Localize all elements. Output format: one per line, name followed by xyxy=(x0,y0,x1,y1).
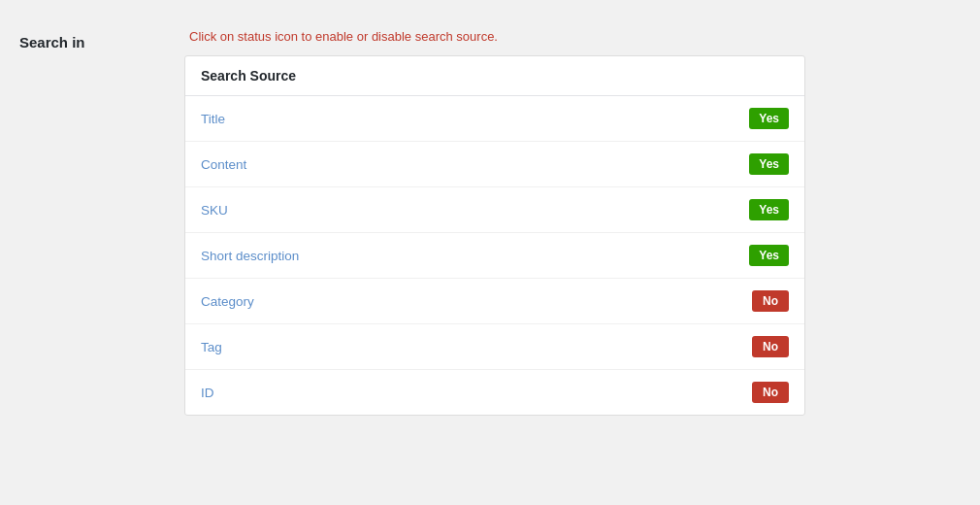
row-label-title-row: Title xyxy=(201,112,225,126)
table-row: IDNo xyxy=(185,370,804,415)
search-source-table: Search Source TitleYesContentYesSKUYesSh… xyxy=(184,55,805,416)
info-text-before: Click on status icon to enable or xyxy=(189,29,372,44)
row-label-sku-row: SKU xyxy=(201,203,228,218)
table-row: TitleYes xyxy=(185,96,804,142)
page-container: Search in Click on status icon to enable… xyxy=(0,0,980,505)
status-badge-short-description-row[interactable]: Yes xyxy=(749,245,789,266)
left-panel: Search in xyxy=(0,19,175,486)
info-text-after: search source. xyxy=(411,29,498,44)
table-row: Short descriptionYes xyxy=(185,233,804,279)
row-label-short-description-row: Short description xyxy=(201,249,299,263)
info-text-highlight: disable xyxy=(372,29,411,44)
row-label-content-row: Content xyxy=(201,157,246,172)
status-badge-title-row[interactable]: Yes xyxy=(749,108,789,129)
info-text: Click on status icon to enable or disabl… xyxy=(184,29,961,44)
table-row: CategoryNo xyxy=(185,279,804,324)
table-rows-container: TitleYesContentYesSKUYesShort descriptio… xyxy=(185,96,804,415)
row-label-id-row: ID xyxy=(201,386,214,400)
table-row: TagNo xyxy=(185,324,804,370)
table-header: Search Source xyxy=(185,56,804,96)
table-row: SKUYes xyxy=(185,187,804,233)
status-badge-category-row[interactable]: No xyxy=(752,290,789,312)
table-row: ContentYes xyxy=(185,142,804,187)
row-label-tag-row: Tag xyxy=(201,340,222,354)
status-badge-content-row[interactable]: Yes xyxy=(749,153,789,175)
status-badge-sku-row[interactable]: Yes xyxy=(749,199,789,220)
status-badge-tag-row[interactable]: No xyxy=(752,336,789,357)
status-badge-id-row[interactable]: No xyxy=(752,382,789,403)
row-label-category-row: Category xyxy=(201,294,254,309)
section-label: Search in xyxy=(19,34,85,50)
right-panel: Click on status icon to enable or disabl… xyxy=(175,19,980,486)
